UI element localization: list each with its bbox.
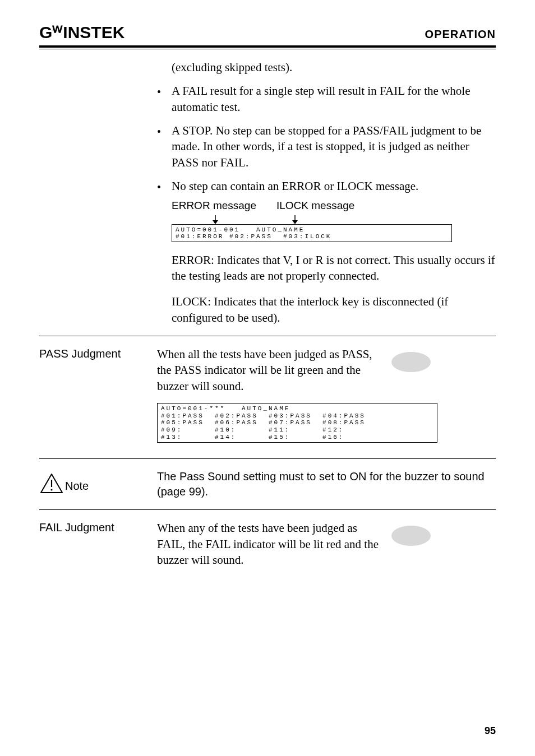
bullet-dot: •	[157, 178, 172, 195]
fail-judgment-text: When any of the tests have been judged a…	[157, 520, 381, 568]
divider	[39, 336, 496, 336]
error-description: ERROR: Indicates that V, I or R is not c…	[172, 252, 496, 284]
bullet-dot: •	[157, 83, 172, 115]
pass-indicator-icon	[391, 352, 431, 372]
sidebar-empty	[39, 403, 157, 404]
header-rule-thick	[39, 45, 496, 48]
section-title: OPERATION	[425, 28, 496, 41]
page-number: 95	[485, 725, 496, 737]
ilock-description: ILOCK: Indicates that the interlock key …	[172, 294, 496, 326]
intro-continuation: (excluding skipped tests).	[172, 59, 496, 75]
pass-judgment-text: When all the tests have been judged as P…	[157, 346, 381, 394]
svg-marker-1	[213, 220, 218, 224]
arrow-down-icon	[212, 215, 219, 224]
lcd-error-ilock: AUTO=001-001 AUTO_NAME #01:ERROR #02:PAS…	[172, 224, 452, 242]
bullet-fail: A FAIL result for a single step will res…	[172, 83, 496, 115]
brand-logo: GᵂINSTEK	[39, 22, 124, 42]
warning-icon	[39, 472, 64, 495]
fail-indicator-icon	[391, 526, 431, 546]
bullet-error-ilock: No step can contain an ERROR or ILOCK me…	[172, 178, 496, 195]
pass-judgment-label: PASS Judgment	[39, 346, 157, 360]
lcd-pass-results: AUTO=001-*** AUTO_NAME #01:PASS #02:PASS…	[157, 403, 437, 443]
error-message-label: ERROR message	[172, 198, 256, 213]
note-label: Note	[65, 480, 89, 495]
header-rule-thin	[39, 49, 496, 49]
note-text: The Pass Sound setting must to set to ON…	[157, 469, 496, 499]
svg-point-6	[50, 489, 52, 491]
ilock-message-label: ILOCK message	[276, 198, 354, 213]
divider	[39, 458, 496, 459]
divider	[39, 509, 496, 510]
fail-judgment-label: FAIL Judgment	[39, 520, 157, 534]
arrow-down-icon	[292, 215, 298, 224]
svg-marker-3	[292, 220, 298, 224]
bullet-dot: •	[157, 123, 172, 170]
bullet-stop: A STOP. No step can be stopped for a PAS…	[172, 123, 496, 170]
sidebar-empty	[39, 59, 157, 61]
